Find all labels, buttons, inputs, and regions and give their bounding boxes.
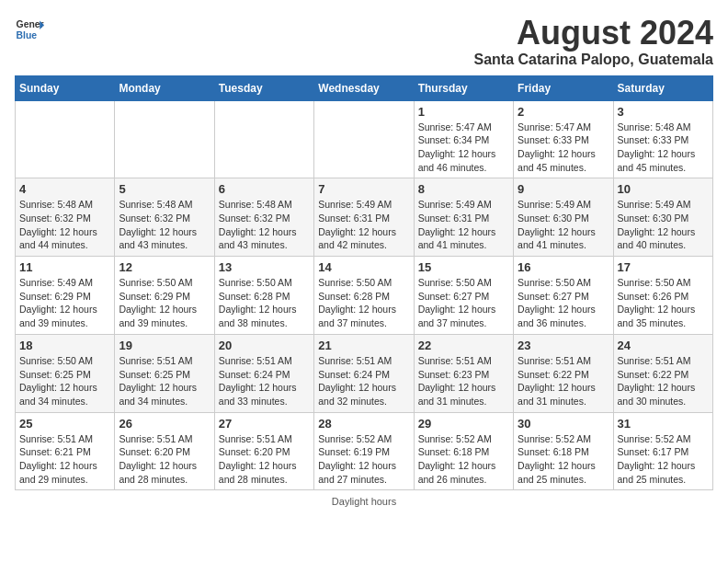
day-number: 21 [318,339,409,352]
calendar-cell: 29Sunrise: 5:52 AM Sunset: 6:18 PM Dayli… [414,412,513,490]
day-number: 14 [318,260,409,274]
day-number: 19 [119,339,210,352]
page-header: General Blue August 2024 Santa Catarina … [15,15,713,68]
calendar-cell: 2Sunrise: 5:47 AM Sunset: 6:33 PM Daylig… [514,100,613,178]
day-number: 1 [418,105,509,119]
day-info: Sunrise: 5:51 AM Sunset: 6:20 PM Dayligh… [119,432,210,487]
col-header-saturday: Saturday [613,75,712,100]
calendar-cell [115,100,214,178]
day-info: Sunrise: 5:50 AM Sunset: 6:28 PM Dayligh… [219,276,310,330]
calendar-cell: 1Sunrise: 5:47 AM Sunset: 6:34 PM Daylig… [414,100,513,178]
calendar-week-3: 11Sunrise: 5:49 AM Sunset: 6:29 PM Dayli… [16,257,713,335]
day-info: Sunrise: 5:50 AM Sunset: 6:29 PM Dayligh… [119,276,210,330]
day-number: 16 [518,260,609,274]
day-info: Sunrise: 5:49 AM Sunset: 6:30 PM Dayligh… [518,198,609,252]
day-number: 12 [119,260,210,274]
day-number: 4 [19,182,110,196]
calendar-cell: 8Sunrise: 5:49 AM Sunset: 6:31 PM Daylig… [414,178,513,257]
footer-note: Daylight hours [15,496,713,507]
calendar-cell: 5Sunrise: 5:48 AM Sunset: 6:32 PM Daylig… [115,178,214,257]
day-number: 10 [618,182,709,196]
calendar-cell: 10Sunrise: 5:49 AM Sunset: 6:30 PM Dayli… [613,178,712,257]
location-subtitle: Santa Catarina Palopo, Guatemala [473,52,713,68]
day-number: 15 [418,260,509,274]
day-info: Sunrise: 5:49 AM Sunset: 6:31 PM Dayligh… [318,198,409,252]
day-info: Sunrise: 5:52 AM Sunset: 6:18 PM Dayligh… [518,432,609,487]
day-info: Sunrise: 5:51 AM Sunset: 6:22 PM Dayligh… [518,354,609,408]
calendar-cell: 11Sunrise: 5:49 AM Sunset: 6:29 PM Dayli… [16,257,115,335]
day-info: Sunrise: 5:50 AM Sunset: 6:27 PM Dayligh… [418,276,509,330]
daylight-label: Daylight hours [332,496,396,507]
day-number: 7 [318,182,409,196]
day-number: 30 [518,417,609,431]
day-info: Sunrise: 5:48 AM Sunset: 6:32 PM Dayligh… [219,198,310,252]
calendar-cell: 6Sunrise: 5:48 AM Sunset: 6:32 PM Daylig… [214,178,313,257]
day-info: Sunrise: 5:48 AM Sunset: 6:32 PM Dayligh… [19,198,110,252]
day-info: Sunrise: 5:51 AM Sunset: 6:20 PM Dayligh… [219,432,310,487]
day-info: Sunrise: 5:51 AM Sunset: 6:25 PM Dayligh… [119,354,210,408]
day-info: Sunrise: 5:50 AM Sunset: 6:27 PM Dayligh… [518,276,609,330]
calendar-cell: 24Sunrise: 5:51 AM Sunset: 6:22 PM Dayli… [613,334,712,412]
calendar-cell: 12Sunrise: 5:50 AM Sunset: 6:29 PM Dayli… [115,257,214,335]
calendar-cell: 14Sunrise: 5:50 AM Sunset: 6:28 PM Dayli… [314,257,414,335]
calendar-week-1: 1Sunrise: 5:47 AM Sunset: 6:34 PM Daylig… [16,100,713,178]
day-number: 26 [119,417,210,431]
calendar-cell: 30Sunrise: 5:52 AM Sunset: 6:18 PM Dayli… [514,412,613,490]
calendar-week-5: 25Sunrise: 5:51 AM Sunset: 6:21 PM Dayli… [16,412,713,490]
day-number: 13 [219,260,310,274]
calendar-cell: 16Sunrise: 5:50 AM Sunset: 6:27 PM Dayli… [514,257,613,335]
day-number: 28 [318,417,409,431]
col-header-monday: Monday [115,75,214,100]
calendar-cell: 25Sunrise: 5:51 AM Sunset: 6:21 PM Dayli… [16,412,115,490]
logo: General Blue [15,15,44,44]
day-info: Sunrise: 5:52 AM Sunset: 6:19 PM Dayligh… [318,432,409,487]
logo-icon: General Blue [15,15,44,44]
col-header-wednesday: Wednesday [314,75,414,100]
day-number: 3 [618,105,709,119]
calendar-table: SundayMondayTuesdayWednesdayThursdayFrid… [15,75,713,491]
day-info: Sunrise: 5:52 AM Sunset: 6:18 PM Dayligh… [418,432,509,487]
calendar-cell [16,100,115,178]
day-number: 24 [618,339,709,352]
day-number: 6 [219,182,310,196]
day-info: Sunrise: 5:51 AM Sunset: 6:24 PM Dayligh… [219,354,310,408]
calendar-cell: 13Sunrise: 5:50 AM Sunset: 6:28 PM Dayli… [214,257,313,335]
col-header-thursday: Thursday [414,75,513,100]
day-info: Sunrise: 5:47 AM Sunset: 6:34 PM Dayligh… [418,121,509,175]
calendar-cell: 15Sunrise: 5:50 AM Sunset: 6:27 PM Dayli… [414,257,513,335]
month-year-title: August 2024 [473,15,713,52]
calendar-cell: 19Sunrise: 5:51 AM Sunset: 6:25 PM Dayli… [115,334,214,412]
col-header-friday: Friday [514,75,613,100]
day-info: Sunrise: 5:50 AM Sunset: 6:28 PM Dayligh… [318,276,409,330]
calendar-cell [214,100,313,178]
day-number: 23 [518,339,609,352]
day-info: Sunrise: 5:47 AM Sunset: 6:33 PM Dayligh… [518,121,609,175]
svg-text:Blue: Blue [17,30,38,40]
day-info: Sunrise: 5:49 AM Sunset: 6:31 PM Dayligh… [418,198,509,252]
day-info: Sunrise: 5:48 AM Sunset: 6:32 PM Dayligh… [119,198,210,252]
calendar-cell: 22Sunrise: 5:51 AM Sunset: 6:23 PM Dayli… [414,334,513,412]
calendar-cell: 17Sunrise: 5:50 AM Sunset: 6:26 PM Dayli… [613,257,712,335]
day-number: 31 [618,417,709,431]
calendar-cell: 18Sunrise: 5:50 AM Sunset: 6:25 PM Dayli… [16,334,115,412]
day-number: 8 [418,182,509,196]
calendar-cell: 21Sunrise: 5:51 AM Sunset: 6:24 PM Dayli… [314,334,414,412]
day-info: Sunrise: 5:48 AM Sunset: 6:33 PM Dayligh… [618,121,709,175]
calendar-header-row: SundayMondayTuesdayWednesdayThursdayFrid… [16,75,713,100]
calendar-cell: 28Sunrise: 5:52 AM Sunset: 6:19 PM Dayli… [314,412,414,490]
calendar-cell: 7Sunrise: 5:49 AM Sunset: 6:31 PM Daylig… [314,178,414,257]
calendar-week-4: 18Sunrise: 5:50 AM Sunset: 6:25 PM Dayli… [16,334,713,412]
day-info: Sunrise: 5:51 AM Sunset: 6:22 PM Dayligh… [618,354,709,408]
calendar-cell: 9Sunrise: 5:49 AM Sunset: 6:30 PM Daylig… [514,178,613,257]
day-number: 11 [19,260,110,274]
day-number: 22 [418,339,509,352]
calendar-cell: 23Sunrise: 5:51 AM Sunset: 6:22 PM Dayli… [514,334,613,412]
day-info: Sunrise: 5:49 AM Sunset: 6:29 PM Dayligh… [19,276,110,330]
day-info: Sunrise: 5:51 AM Sunset: 6:21 PM Dayligh… [19,432,110,487]
day-number: 25 [19,417,110,431]
calendar-cell: 4Sunrise: 5:48 AM Sunset: 6:32 PM Daylig… [16,178,115,257]
title-block: August 2024 Santa Catarina Palopo, Guate… [473,15,713,68]
calendar-week-2: 4Sunrise: 5:48 AM Sunset: 6:32 PM Daylig… [16,178,713,257]
day-info: Sunrise: 5:51 AM Sunset: 6:24 PM Dayligh… [318,354,409,408]
day-number: 29 [418,417,509,431]
